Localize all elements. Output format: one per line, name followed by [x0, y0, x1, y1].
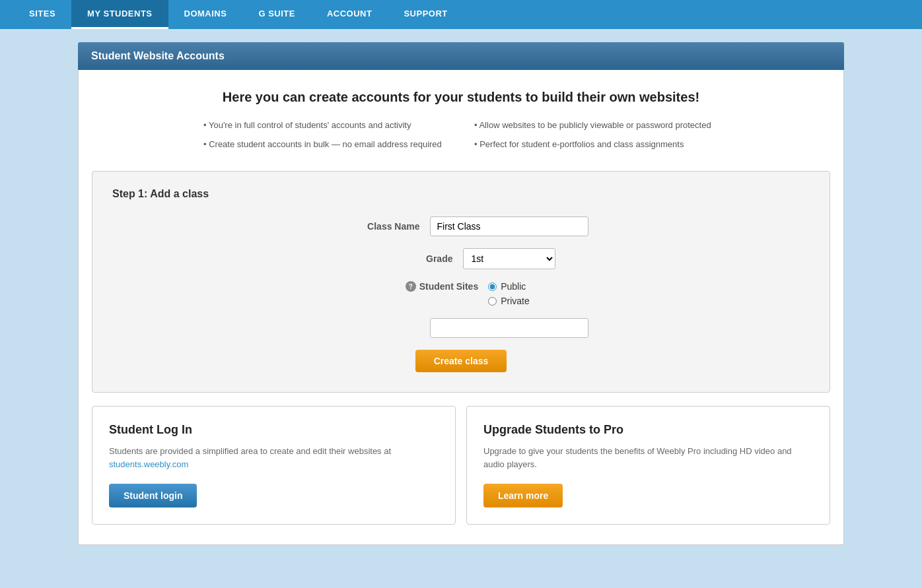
class-name-input[interactable]	[430, 216, 588, 236]
student-sites-label-container: ? Student Sites	[392, 281, 478, 292]
nav-gsuite[interactable]: G SUITE	[242, 0, 311, 29]
nav-support[interactable]: SUPPORT	[388, 0, 463, 29]
radio-public-input[interactable]	[488, 282, 497, 291]
radio-group: Public Private	[488, 281, 530, 306]
grade-label: Grade	[367, 253, 453, 264]
extra-text-input[interactable]	[430, 318, 588, 338]
student-login-description: Students are provided a simplified area …	[109, 445, 439, 471]
upgrade-title: Upgrade Students to Pro	[483, 423, 813, 437]
page-wrapper: Student Website Accounts Here you can cr…	[71, 42, 851, 545]
radio-private-input[interactable]	[488, 297, 497, 306]
radio-public-label: Public	[501, 281, 526, 292]
upgrade-description: Upgrade to give your students the benefi…	[483, 445, 813, 471]
info-icon[interactable]: ?	[406, 281, 416, 292]
create-class-button[interactable]: Create class	[415, 350, 507, 372]
nav-sites[interactable]: SITES	[13, 0, 71, 29]
section-header-title: Student Website Accounts	[91, 50, 225, 61]
features-list: You're in full control of students' acco…	[190, 118, 732, 151]
student-login-card: Student Log In Students are provided a s…	[92, 406, 456, 525]
nav-my-students[interactable]: MY STUDENTS	[71, 0, 168, 29]
class-name-label: Class Name	[334, 221, 420, 232]
student-login-button[interactable]: Student login	[109, 484, 197, 507]
feature-item-2: Create student accounts in bulk — no ema…	[203, 137, 448, 151]
main-card: Here you can create accounts for your st…	[78, 70, 844, 545]
step1-box: Step 1: Add a class Class Name Grade K 1…	[92, 171, 830, 393]
class-name-row: Class Name	[112, 216, 810, 236]
navigation: SITES MY STUDENTS DOMAINS G SUITE ACCOUN…	[0, 0, 922, 29]
student-sites-row: ? Student Sites Public Private	[112, 281, 810, 306]
bottom-cards: Student Log In Students are provided a s…	[92, 406, 830, 525]
radio-private[interactable]: Private	[488, 296, 530, 306]
upgrade-card: Upgrade Students to Pro Upgrade to give …	[466, 406, 830, 525]
learn-more-button[interactable]: Learn more	[483, 484, 563, 507]
student-sites-label: Student Sites	[419, 281, 478, 292]
nav-account[interactable]: ACCOUNT	[311, 0, 388, 29]
grade-select[interactable]: K 1st 2nd 3rd 4th 5th 6th 7th 8th 9th 10…	[463, 248, 555, 269]
section-header: Student Website Accounts	[78, 42, 844, 70]
feature-item-3: Allow websites to be publicly viewable o…	[474, 118, 719, 132]
grade-row: Grade K 1st 2nd 3rd 4th 5th 6th 7th 8th …	[112, 248, 810, 269]
nav-domains[interactable]: DOMAINS	[168, 0, 243, 29]
student-login-title: Student Log In	[109, 423, 439, 437]
extra-input-row	[112, 318, 810, 338]
radio-public[interactable]: Public	[488, 281, 530, 292]
step1-title: Step 1: Add a class	[112, 188, 810, 200]
feature-item-1: You're in full control of students' acco…	[203, 118, 448, 132]
radio-private-label: Private	[501, 296, 530, 306]
feature-item-4: Perfect for student e-portfolios and cla…	[474, 137, 719, 151]
students-weebly-link[interactable]: students.weebly.com	[109, 459, 188, 469]
page-headline: Here you can create accounts for your st…	[92, 90, 830, 105]
